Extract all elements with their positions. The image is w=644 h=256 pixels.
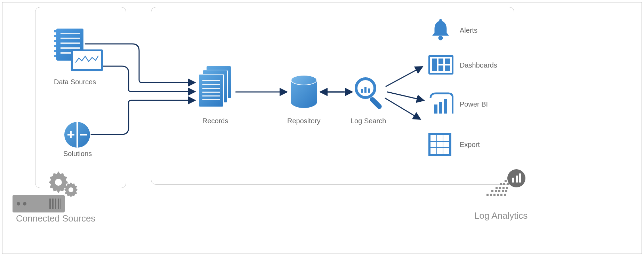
repository-icon bbox=[291, 76, 317, 108]
dashboards-label: Dashboards bbox=[460, 61, 497, 69]
svg-rect-12 bbox=[491, 190, 493, 192]
records-icon bbox=[199, 66, 234, 108]
svg-point-5 bbox=[69, 187, 73, 192]
svg-rect-27 bbox=[512, 178, 514, 183]
log-analytics-label: Log Analytics bbox=[474, 210, 528, 221]
svg-rect-3 bbox=[444, 99, 447, 114]
alerts-label: Alerts bbox=[460, 26, 477, 34]
svg-rect-20 bbox=[506, 187, 508, 189]
alerts-icon bbox=[428, 17, 453, 42]
svg-rect-7 bbox=[490, 194, 492, 196]
svg-rect-28 bbox=[516, 176, 518, 183]
export-label: Export bbox=[460, 141, 480, 149]
svg-rect-10 bbox=[500, 194, 502, 196]
svg-rect-17 bbox=[496, 187, 498, 189]
svg-rect-13 bbox=[495, 190, 497, 192]
data-sources-label: Data Sources bbox=[54, 78, 96, 86]
connected-source-server-icon bbox=[13, 171, 75, 212]
svg-point-0 bbox=[438, 36, 443, 40]
svg-rect-29 bbox=[519, 173, 521, 183]
svg-rect-8 bbox=[493, 194, 496, 196]
powerbi-icon bbox=[428, 91, 453, 116]
data-sources-icon bbox=[56, 29, 98, 74]
svg-rect-15 bbox=[502, 190, 504, 192]
solutions-label: Solutions bbox=[63, 150, 92, 158]
svg-rect-2 bbox=[439, 102, 442, 114]
svg-rect-23 bbox=[507, 183, 509, 185]
svg-rect-14 bbox=[498, 190, 500, 192]
svg-rect-22 bbox=[503, 183, 505, 185]
svg-rect-16 bbox=[505, 190, 507, 192]
export-icon bbox=[428, 133, 451, 156]
svg-rect-18 bbox=[499, 187, 501, 189]
svg-rect-6 bbox=[486, 194, 489, 196]
svg-rect-24 bbox=[505, 180, 507, 182]
powerbi-label: Power BI bbox=[460, 100, 488, 108]
connected-sources-label: Connected Sources bbox=[16, 213, 95, 224]
svg-rect-1 bbox=[434, 104, 437, 114]
log-analytics-badge-icon bbox=[485, 167, 527, 205]
svg-rect-9 bbox=[497, 194, 499, 196]
svg-point-4 bbox=[55, 179, 62, 186]
repository-label: Repository bbox=[287, 117, 321, 125]
svg-rect-21 bbox=[500, 183, 502, 185]
records-label: Records bbox=[202, 117, 228, 125]
solutions-icon bbox=[64, 122, 90, 148]
log-search-icon bbox=[355, 77, 385, 107]
svg-rect-11 bbox=[504, 194, 506, 196]
log-search-label: Log Search bbox=[351, 117, 386, 125]
svg-rect-19 bbox=[502, 187, 505, 189]
dashboards-icon bbox=[428, 55, 453, 75]
monitor-chart-icon bbox=[71, 49, 103, 71]
